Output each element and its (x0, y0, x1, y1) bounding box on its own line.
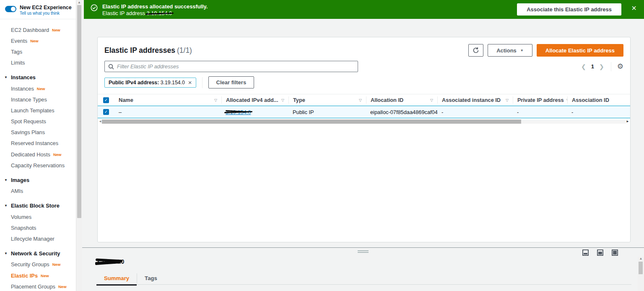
success-flashbar: Elastic IP address allocated successfull… (84, 0, 644, 19)
pagination: ❮ 1 ❯ ⚙ (580, 62, 623, 71)
column-header-allocation-id[interactable]: Allocation ID▽ (366, 96, 437, 104)
panel-size-small-icon[interactable] (582, 249, 589, 256)
chevron-down-icon: ▼ (4, 178, 8, 182)
sidebar-section-network-security[interactable]: ▼Network & Security (0, 248, 76, 259)
divider (611, 62, 611, 71)
flashbar-close-icon[interactable]: × (631, 4, 636, 12)
main-content: Elastic IP address allocated successfull… (82, 0, 644, 291)
sidebar-scrollbar[interactable]: ▲ (76, 0, 82, 291)
sidebar-item-launch-templates[interactable]: Launch Templates (0, 105, 76, 116)
cell-association-id: - (567, 109, 630, 115)
sidebar-item-lifecycle-manager[interactable]: Lifecycle Manager (0, 233, 76, 244)
sidebar-item-spot-requests[interactable]: Spot Requests (0, 116, 76, 127)
sidebar-item-snapshots[interactable]: Snapshots (0, 222, 76, 233)
sidebar-item-elastic-ips[interactable]: Elastic IPsNew (0, 270, 76, 281)
sidebar-item-savings-plans[interactable]: Savings Plans (0, 127, 76, 138)
sort-icon[interactable]: ▽ (214, 98, 217, 102)
page-number[interactable]: 1 (591, 63, 594, 70)
scrollbar-thumb[interactable] (102, 120, 521, 124)
details-scrollbar[interactable]: ▲ (638, 257, 644, 291)
gear-icon[interactable]: ⚙ (617, 63, 623, 70)
sidebar-item-instance-types[interactable]: Instance Types (0, 94, 76, 105)
sort-icon[interactable]: ▽ (430, 98, 433, 102)
scroll-right-icon[interactable]: ► (626, 120, 629, 124)
table-row[interactable]: ✓ – 3.19.154.0 Public IP eipalloc-07f85d… (98, 106, 630, 118)
panel-size-half-icon[interactable] (597, 249, 603, 256)
details-panel: 3.19.154.0 Summary Tags (82, 247, 644, 291)
sidebar-item-ec2-dashboard[interactable]: EC2 DashboardNew (0, 24, 76, 35)
scroll-left-icon[interactable]: ◄ (99, 120, 102, 124)
elastic-ip-panel: Elastic IP addresses(1/1) Actions ▼ Allo… (97, 37, 631, 242)
new-badge: New (52, 262, 61, 267)
success-check-icon (91, 4, 98, 11)
new-badge: New (52, 28, 60, 32)
sidebar-item-limits[interactable]: Limits (0, 57, 76, 68)
page-next-icon[interactable]: ❯ (598, 63, 605, 70)
tab-tags[interactable]: Tags (137, 272, 165, 285)
sidebar-item-security-groups[interactable]: Security GroupsNew (0, 259, 76, 270)
actions-dropdown-button[interactable]: Actions ▼ (488, 44, 532, 57)
new-badge: New (53, 152, 62, 157)
redacted-ip: 3.19.154.0 (147, 10, 172, 17)
scroll-up-icon[interactable]: ▲ (76, 0, 82, 4)
sidebar-section-images[interactable]: ▼Images (0, 174, 76, 185)
sort-icon[interactable]: ▽ (281, 98, 284, 102)
scrollbar-thumb[interactable] (639, 262, 643, 274)
remove-filter-icon[interactable]: × (188, 80, 192, 85)
sort-icon[interactable]: ▽ (359, 98, 362, 102)
panel-resize-handle[interactable] (358, 250, 369, 254)
sidebar-item-instances[interactable]: InstancesNew (0, 83, 76, 94)
sidebar-section-ebs[interactable]: ▼Elastic Block Store (0, 200, 76, 211)
sidebar-item-dedicated-hosts[interactable]: Dedicated HostsNew (0, 149, 76, 160)
column-header-type[interactable]: Type▽ (288, 96, 366, 104)
tell-us-link[interactable]: Tell us what you think (20, 11, 72, 16)
cell-type: Public IP (288, 109, 366, 115)
sidebar-item-events[interactable]: EventsNew (0, 35, 76, 46)
new-badge: New (37, 86, 45, 91)
column-header-name[interactable]: Name▽ (114, 96, 221, 104)
refresh-button[interactable] (468, 44, 483, 57)
clear-filters-button[interactable]: Clear filters (208, 76, 254, 88)
column-header-allocated-ipv4[interactable]: Allocated IPv4 add...▽ (221, 96, 288, 104)
sort-icon[interactable]: ▽ (506, 98, 509, 102)
filter-chip-value: 3.19.154.0 (161, 80, 185, 86)
new-experience-banner: New EC2 Experience Tell us what you thin… (0, 0, 76, 19)
select-all-checkbox[interactable]: ✓ (103, 97, 109, 103)
sidebar-item-tags[interactable]: Tags (0, 46, 76, 57)
scroll-up-icon[interactable]: ▲ (638, 257, 644, 260)
new-experience-toggle[interactable] (5, 6, 16, 12)
divider (202, 77, 203, 88)
cell-allocation-id: eipalloc-07f85daa4869caf04 (366, 109, 437, 115)
new-badge: New (58, 284, 67, 289)
panel-layout-buttons (582, 249, 618, 256)
tab-summary[interactable]: Summary (96, 272, 137, 285)
horizontal-scrollbar[interactable]: ◄ ► (98, 120, 630, 124)
search-icon (108, 64, 114, 70)
sidebar-item-reserved-instances[interactable]: Reserved Instances (0, 138, 76, 149)
allocate-elastic-ip-button[interactable]: Allocate Elastic IP address (537, 44, 623, 57)
page-prev-icon[interactable]: ❮ (580, 63, 587, 70)
associate-elastic-ip-button[interactable]: Associate this Elastic IP address (517, 3, 621, 16)
sidebar-section-instances[interactable]: ▼Instances (0, 72, 76, 83)
sidebar-item-amis[interactable]: AMIs (0, 186, 76, 197)
cell-private-ip: - (513, 109, 567, 115)
chevron-down-icon: ▼ (4, 204, 8, 208)
cell-name: – (114, 109, 221, 115)
filter-chip: Public IPv4 address: 3.19.154.0 × (104, 78, 196, 88)
column-header-associated-instance-id[interactable]: Associated instance ID▽ (437, 96, 513, 104)
scrollbar-thumb[interactable] (77, 5, 81, 218)
column-header-association-id[interactable]: Association ID (567, 96, 630, 104)
page-title: Elastic IP addresses(1/1) (104, 46, 192, 55)
column-header-private-ip[interactable]: Private IP address▽ (513, 96, 567, 104)
search-input[interactable] (117, 63, 354, 70)
sidebar-item-capacity-reservations[interactable]: Capacity Reservations (0, 160, 76, 171)
selected-ip-heading: 3.19.154.0 (96, 258, 124, 265)
row-checkbox[interactable]: ✓ (103, 109, 109, 115)
allocated-ipv4-link[interactable]: 3.19.154.0 (226, 109, 251, 115)
chevron-down-icon: ▼ (520, 49, 524, 52)
sidebar-item-volumes[interactable]: Volumes (0, 211, 76, 222)
panel-size-full-icon[interactable] (612, 249, 618, 256)
filter-search-box[interactable] (104, 61, 358, 72)
sidebar-nav: EC2 DashboardNew EventsNew Tags Limits ▼… (0, 19, 76, 291)
sidebar-item-placement-groups[interactable]: Placement GroupsNew (0, 281, 76, 291)
